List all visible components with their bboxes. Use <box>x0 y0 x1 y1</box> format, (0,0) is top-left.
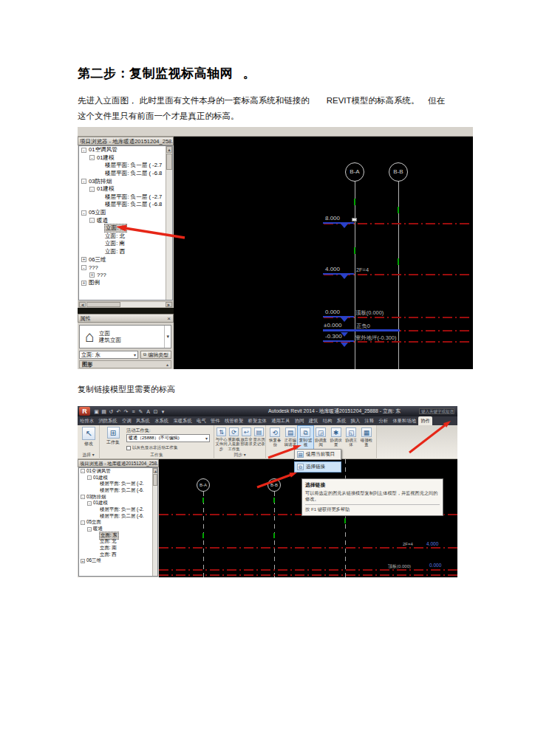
ribbon-tab[interactable]: 给排水 <box>78 416 96 425</box>
ribbon-tab[interactable]: 风系统 <box>134 416 152 425</box>
chevron-down-icon[interactable]: ▾ <box>164 326 171 348</box>
tree-item-elevation-east[interactable]: 立面: 东 <box>79 224 172 233</box>
undo-icon[interactable]: ↶ <box>115 407 122 416</box>
tree-item-elevation-east[interactable]: 立面: 东 <box>79 532 157 539</box>
tree-item-floorplan-b1[interactable]: 楼层平面: 负一层 ( -2.7 <box>79 193 172 202</box>
ribbon-tab[interactable]: 协同 <box>293 416 307 425</box>
tree-expand-icon[interactable]: - <box>89 218 95 223</box>
ribbon-tab[interactable]: 结构 <box>320 416 334 425</box>
tree-item-legends[interactable]: + 图例 <box>79 279 172 287</box>
ribbon-tab[interactable]: 桥架主体 <box>245 416 269 425</box>
sync-with-central-button[interactable]: ⇅ 与中心文件同步 <box>215 426 228 451</box>
tree-expand-icon[interactable] <box>98 250 103 255</box>
text-icon[interactable]: A <box>145 407 151 416</box>
tree-item-elevation-west[interactable]: 立面: 西 <box>79 248 172 256</box>
tree-item-floorplan-b1[interactable]: 楼层平面: 负一层 (-2. <box>79 506 157 513</box>
tree-item-01-hvac-duct[interactable]: - 01空调风管 <box>79 468 157 475</box>
tree-item-floorplan-b1[interactable]: 楼层平面: 负一层 ( -2.7 <box>79 162 172 170</box>
tree-expand-icon[interactable]: + <box>89 272 95 278</box>
tree-item-floorplan-b2[interactable]: 楼层平面: 负二层 ( -6.8 <box>79 201 172 209</box>
menu-item-select-link[interactable]: ⧉ 选择链接 <box>294 461 341 472</box>
tree-horizontal-scrollbar[interactable]: ◄ ► <box>78 301 173 308</box>
tree-expand-icon[interactable]: - <box>81 520 85 525</box>
tree-item-01-modeling[interactable]: - 01建模 <box>79 154 172 162</box>
tree-item-03-smoke[interactable]: - 03防排烟 <box>79 177 172 185</box>
ribbon-tab[interactable]: 线管桥架 <box>222 416 246 425</box>
drawing-area[interactable]: B-A B-B 8.000 4.000 2F=4 0.000 顶板(0.000) <box>174 137 473 369</box>
select-panel-label[interactable]: 选择 ▾ <box>78 452 99 458</box>
tree-expand-icon[interactable]: + <box>81 559 85 563</box>
active-workset-combo[interactable]: 暖通（25888）(不可编辑) ▾ <box>126 434 210 442</box>
properties-titlebar[interactable]: 属性 × <box>78 314 174 323</box>
type-selector[interactable]: ⌂ 立面 建筑立面 ▾ <box>79 325 171 348</box>
reload-latest-button[interactable]: ⟳ 重新载入最新工作集 <box>228 426 240 451</box>
ribbon-tab[interactable]: 管件 <box>208 416 222 425</box>
tree-item-01-modeling[interactable]: - 01建模 <box>79 475 157 481</box>
relinquish-all-button[interactable]: ↩ 放弃全部请求 <box>240 426 253 451</box>
tree-expand-icon[interactable]: - <box>87 501 92 506</box>
tree-expand-icon[interactable]: - <box>81 265 86 270</box>
tree-item-01-modeling[interactable]: - 01建模 <box>79 500 157 506</box>
graphics-section-header[interactable]: 图形 ▴ <box>79 360 171 368</box>
ribbon-tab[interactable]: 消防系统 <box>96 416 120 425</box>
tree-vertical-scrollbar[interactable]: ▲ <box>166 146 172 300</box>
tree-expand-icon[interactable]: + <box>81 281 86 286</box>
coordination-host-button[interactable]: ◱ 协调主体 <box>344 426 359 456</box>
scroll-thumb[interactable] <box>166 154 172 170</box>
ribbon-tab[interactable]: 分析 <box>376 416 390 425</box>
ribbon-tab[interactable]: 插入 <box>348 416 362 425</box>
ribbon-tab[interactable]: 系统 <box>334 416 348 425</box>
tree-item-floorplan-b2[interactable]: 楼层平面: 负二层 ( -6.8 <box>79 170 172 178</box>
infocenter-search-input[interactable]: 键入关键字或短语 <box>419 408 454 414</box>
tree-item-elevation-south[interactable]: 立面: 南 <box>79 240 172 248</box>
project-browser-titlebar[interactable]: 项目浏览器 - 地库暖通20151204_258... × <box>78 137 174 145</box>
drawing-area[interactable]: B-A B-B ∇ 8.000 2F=4 4.000 顶板(0.000) 0.0… <box>159 459 457 577</box>
scroll-right-icon[interactable]: ► <box>166 302 172 307</box>
section-collapse-icon[interactable]: ▴ <box>166 362 168 367</box>
restore-backup-button[interactable]: ⟲ 恢复备份 <box>268 426 283 456</box>
tree-expand-icon[interactable] <box>94 546 98 551</box>
tree-expand-icon[interactable]: - <box>89 155 95 160</box>
qat-dropdown-icon[interactable]: ▾ <box>160 407 166 416</box>
tree-expand-icon[interactable] <box>98 233 103 238</box>
tree-vertical-scrollbar[interactable]: ▲ <box>152 468 157 576</box>
scroll-thumb[interactable] <box>86 302 120 307</box>
show-history-button[interactable]: ▤ 显示历史记录 <box>253 426 265 451</box>
project-browser-tree[interactable]: - 01空调风管 - 01建模 楼层平面: 负一层 (-2. <box>78 467 158 577</box>
scroll-thumb[interactable] <box>153 474 157 486</box>
menu-item-use-current-project[interactable]: ▤ 使用当前项目 <box>294 449 341 460</box>
save-icon[interactable]: ▤ <box>100 407 107 416</box>
tree-expand-icon[interactable]: - <box>81 148 86 153</box>
tree-item-05-elevations[interactable]: - 05立面 <box>79 520 157 526</box>
scroll-left-icon[interactable]: ◄ <box>79 302 86 307</box>
project-browser-titlebar[interactable]: 项目浏览器 - 地库暖通20151204_258... × <box>78 459 159 467</box>
ribbon-tab[interactable]: 体量和场地 <box>390 416 418 425</box>
ribbon-tab[interactable]: 建筑 <box>306 416 320 425</box>
tree-item-floorplan-b2[interactable]: 楼层平面: 负二层 (-6. <box>79 487 157 494</box>
tree-item-floorplan-b2[interactable]: 楼层平面: 负二层 (-6. <box>79 513 157 520</box>
ribbon-tab[interactable]: 采暖系统 <box>171 416 194 425</box>
tree-item-elevation-north[interactable]: 立面: 北 <box>79 539 157 546</box>
tree-expand-icon[interactable] <box>94 507 98 512</box>
tree-expand-icon[interactable] <box>98 194 103 199</box>
tree-item-06-3d[interactable]: + 06三维 <box>79 558 157 565</box>
worksets-button[interactable]: ⊞ 工作集 <box>103 427 123 446</box>
tree-expand-icon[interactable]: - <box>81 495 85 499</box>
open-icon[interactable]: ▣ <box>93 407 100 416</box>
ribbon-tab[interactable]: 通用工具 <box>269 416 293 425</box>
tree-item-01-modeling[interactable]: - 01建模 <box>79 185 172 193</box>
tree-item-01-hvac-duct[interactable]: - 01空调风管 <box>79 146 172 154</box>
tree-expand-icon[interactable] <box>94 540 98 544</box>
tree-expand-icon[interactable] <box>94 533 98 537</box>
gray-inactive-checkbox[interactable]: 以灰色显示非活动工作集 <box>126 445 178 451</box>
tree-expand-icon[interactable]: - <box>81 179 86 184</box>
tree-item-elevation-west[interactable]: 立面: 西 <box>79 551 157 558</box>
tree-item-05-elevations[interactable]: - 05立面 <box>79 209 172 217</box>
tree-expand-icon[interactable] <box>94 482 98 487</box>
tree-expand-icon[interactable] <box>94 488 98 492</box>
tree-expand-icon[interactable] <box>98 202 103 207</box>
interference-check-button[interactable]: ▦ 碰撞检查 <box>359 426 375 456</box>
tree-expand-icon[interactable] <box>98 163 103 168</box>
tree-item-unknown[interactable]: + ??? <box>79 272 172 280</box>
close-icon[interactable]: × <box>166 315 171 323</box>
